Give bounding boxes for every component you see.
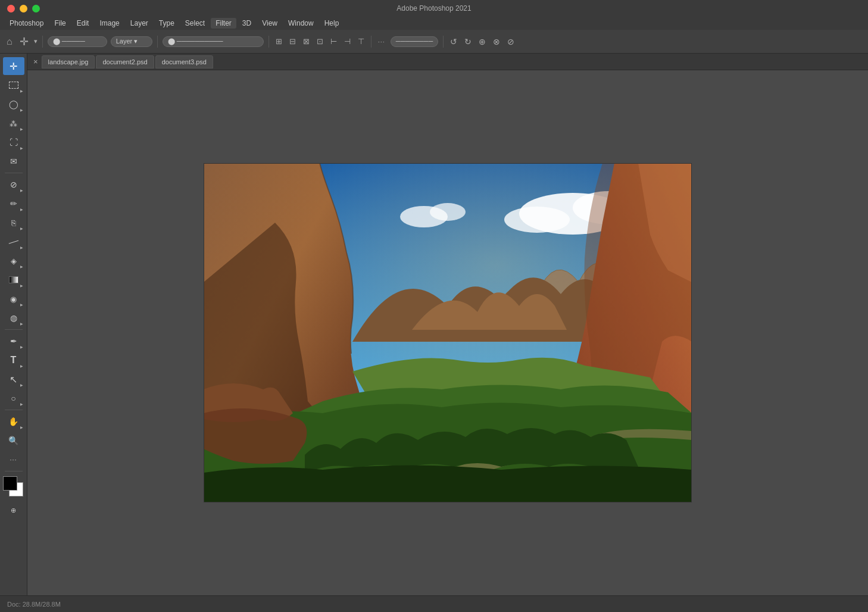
menu-photoshop[interactable]: Photoshop xyxy=(5,18,48,29)
menu-file[interactable]: File xyxy=(49,18,70,29)
redo-icon[interactable]: ↻ xyxy=(463,35,473,48)
tool-divider-2 xyxy=(5,329,23,330)
arrow-indicator: ▶ xyxy=(20,127,23,131)
app-title: Adobe Photoshop 2021 xyxy=(396,4,471,13)
arrow-indicator: ▶ xyxy=(20,364,23,368)
extra-icon[interactable]: ⊘ xyxy=(505,35,516,48)
doc-tab-2[interactable]: document2.psd xyxy=(96,55,154,68)
layer-dropdown[interactable]: Layer ▾ xyxy=(111,36,152,47)
more-options-icon[interactable]: ··· xyxy=(376,36,387,47)
menu-3d[interactable]: 3D xyxy=(238,18,256,29)
rectangular-marquee-tool[interactable]: ▶ xyxy=(3,76,24,94)
eraser-tool[interactable]: ◈ ▶ xyxy=(3,252,24,270)
crop-tool[interactable]: ⛶ ▶ xyxy=(3,133,24,151)
options-divider-2 xyxy=(157,36,158,48)
zoom-icon: 🔍 xyxy=(8,436,18,445)
brush-icon: ✏ xyxy=(10,199,17,208)
color-swatches[interactable] xyxy=(3,476,24,498)
rotate-icon[interactable]: ⊕ xyxy=(477,35,488,48)
transform-icon[interactable]: ⊗ xyxy=(491,35,502,48)
align-left-icon[interactable]: ⊞ xyxy=(274,35,284,48)
move-options-icon[interactable]: ✛ xyxy=(18,33,30,50)
zoom-tool[interactable]: 🔍 xyxy=(3,432,24,449)
align-bottom-icon[interactable]: ⊣ xyxy=(342,35,352,48)
menu-type[interactable]: Type xyxy=(154,18,179,29)
doc-tab-1[interactable]: landscape.jpg xyxy=(42,55,95,68)
gradient-tool[interactable]: ▶ xyxy=(3,271,24,289)
type-tool[interactable]: T ▶ xyxy=(3,351,24,369)
blur-tool[interactable]: ◉ ▶ xyxy=(3,290,24,308)
options-divider-4 xyxy=(371,36,371,48)
shape-tool[interactable]: ○ ▶ xyxy=(3,389,24,407)
arrow-indicator: ▶ xyxy=(20,146,23,150)
arrow-indicator: ▶ xyxy=(20,383,23,387)
home-icon[interactable]: ⌂ xyxy=(5,35,14,49)
pen-tool[interactable]: ✒ ▶ xyxy=(3,332,24,350)
options-divider-3 xyxy=(268,36,269,48)
lasso-tool[interactable]: ◯ ▶ xyxy=(3,95,24,113)
align-center-v-icon[interactable]: ⊢ xyxy=(329,35,339,48)
arrow-indicator: ▶ xyxy=(20,108,23,112)
healing-tool[interactable]: ⊘ ▶ xyxy=(3,176,24,193)
canvas-image xyxy=(204,163,692,502)
doc-tabs: × landscape.jpg document2.psd document3.… xyxy=(27,54,868,70)
arrow-indicator: ▶ xyxy=(20,264,23,268)
path-sel-icon: ↖ xyxy=(10,374,17,385)
history-brush-tool[interactable]: ╱ ▶ xyxy=(3,233,24,251)
align-right-icon[interactable]: ⊠ xyxy=(301,35,311,48)
menu-bar: Photoshop File Edit Image Layer Type Sel… xyxy=(0,17,868,30)
transform-controls[interactable]: ⬤ ────────── xyxy=(163,36,264,47)
extra-tool-bottom[interactable]: ⊕ xyxy=(3,501,24,519)
extra-bottom-icon: ⊕ xyxy=(11,507,16,514)
crop-icon: ⛶ xyxy=(10,138,18,147)
main-layout: ✛ ▶ ◯ ▶ ⁂ ▶ ⛶ ▶ ✉ ⊘ ▶ xyxy=(0,54,868,595)
arrow-indicator: ▶ xyxy=(20,207,23,211)
tool-divider-4 xyxy=(5,471,23,472)
options-extra-input[interactable]: ──────── xyxy=(391,36,438,47)
lasso-icon: ◯ xyxy=(9,99,18,109)
healing-icon: ⊘ xyxy=(10,180,17,189)
quick-selection-tool[interactable]: ⁂ ▶ xyxy=(3,114,24,132)
eyedropper-tool[interactable]: ✉ xyxy=(3,152,24,170)
svg-point-4 xyxy=(504,207,570,233)
canvas-area: × landscape.jpg document2.psd document3.… xyxy=(27,54,868,595)
dodge-tool[interactable]: ◍ ▶ xyxy=(3,309,24,327)
marquee-icon xyxy=(9,82,18,89)
maximize-button[interactable] xyxy=(32,5,40,13)
menu-edit[interactable]: Edit xyxy=(72,18,94,29)
tools-panel: ✛ ▶ ◯ ▶ ⁂ ▶ ⛶ ▶ ✉ ⊘ ▶ xyxy=(0,54,27,595)
arrow-indicator: ▶ xyxy=(20,402,23,406)
auto-select-pill[interactable]: ⬤ ───── xyxy=(48,36,107,47)
foreground-color-swatch[interactable] xyxy=(3,476,17,491)
options-divider-1 xyxy=(42,36,43,48)
tab-close-button[interactable]: × xyxy=(31,57,40,66)
menu-help[interactable]: Help xyxy=(320,18,344,29)
menu-window[interactable]: Window xyxy=(283,18,319,29)
menu-image[interactable]: Image xyxy=(95,18,124,29)
minimize-button[interactable] xyxy=(20,5,27,13)
move-tool[interactable]: ✛ xyxy=(3,57,24,75)
undo-icon[interactable]: ↺ xyxy=(448,35,459,48)
move-tool-icon: ✛ xyxy=(10,61,17,72)
align-top-icon[interactable]: ⊡ xyxy=(315,35,325,48)
arrow-indicator: ▶ xyxy=(20,188,23,192)
move-dropdown-arrow[interactable]: ▾ xyxy=(34,38,38,45)
align-center-h-icon[interactable]: ⊟ xyxy=(288,35,298,48)
stamp-tool[interactable]: ⎘ ▶ xyxy=(3,214,24,232)
hand-tool[interactable]: ✋ ▶ xyxy=(3,413,24,430)
close-button[interactable] xyxy=(7,5,15,13)
brush-tool[interactable]: ✏ ▶ xyxy=(3,195,24,213)
menu-view[interactable]: View xyxy=(257,18,282,29)
menu-layer[interactable]: Layer xyxy=(126,18,153,29)
more-tools-icon: ··· xyxy=(10,456,17,463)
more-tools-btn[interactable]: ··· xyxy=(3,451,24,469)
doc-tab-3[interactable]: document3.psd xyxy=(155,55,213,68)
landscape-artwork xyxy=(204,163,692,502)
menu-filter[interactable]: Filter xyxy=(211,18,236,29)
menu-select[interactable]: Select xyxy=(180,18,210,29)
arrow-indicator: ▶ xyxy=(20,226,23,230)
align-extra-icon[interactable]: ⊤ xyxy=(356,35,366,48)
arrow-indicator: ▶ xyxy=(20,345,23,349)
path-selection-tool[interactable]: ↖ ▶ xyxy=(3,370,24,388)
arrow-indicator: ▶ xyxy=(20,89,23,93)
